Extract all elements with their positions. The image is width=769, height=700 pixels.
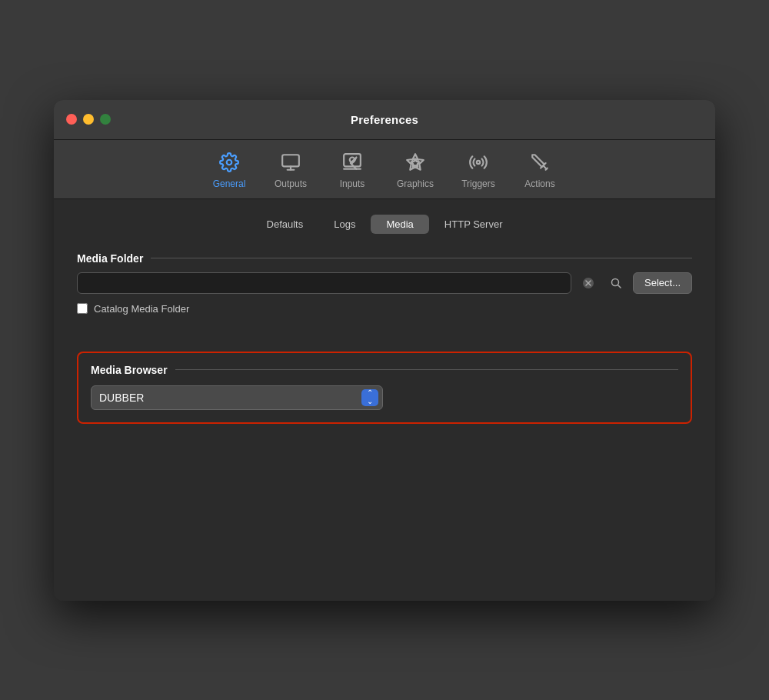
close-button[interactable]	[66, 114, 77, 125]
svg-point-5	[350, 157, 355, 162]
tab-triggers-label: Triggers	[461, 178, 495, 189]
tab-inputs-label: Inputs	[340, 178, 365, 189]
svg-point-10	[477, 160, 480, 163]
tab-outputs[interactable]: Outputs	[260, 148, 321, 198]
tab-actions[interactable]: Actions	[509, 148, 571, 198]
media-folder-input[interactable]	[77, 272, 571, 294]
svg-line-18	[618, 285, 621, 288]
tab-general[interactable]: General	[198, 148, 260, 198]
traffic-lights	[66, 114, 111, 125]
media-browser-section: Media Browser DUBBER	[77, 352, 692, 424]
media-browser-dropdown-wrapper: DUBBER	[91, 385, 383, 410]
gear-icon	[219, 152, 239, 175]
media-folder-title: Media Folder	[77, 252, 692, 265]
outputs-icon	[281, 152, 301, 175]
graphics-icon	[405, 152, 425, 175]
tab-actions-label: Actions	[524, 178, 554, 189]
maximize-button[interactable]	[100, 114, 111, 125]
clear-folder-button[interactable]	[578, 272, 599, 294]
catalog-label: Catalog Media Folder	[94, 303, 189, 315]
svg-line-13	[546, 168, 548, 169]
tab-graphics-label: Graphics	[397, 178, 434, 189]
spacer	[77, 321, 692, 352]
minimize-button[interactable]	[83, 114, 94, 125]
tab-triggers[interactable]: Triggers	[448, 148, 509, 198]
svg-point-0	[227, 159, 232, 165]
media-browser-select[interactable]: DUBBER	[91, 385, 383, 410]
media-browser-title: Media Browser	[91, 364, 678, 376]
top-tab-bar: General Outputs Inputs	[54, 140, 715, 199]
select-folder-button[interactable]: Select...	[633, 272, 692, 294]
window-title: Preferences	[351, 113, 418, 126]
preferences-window: Preferences General Outputs	[54, 100, 715, 601]
triggers-icon	[468, 152, 488, 175]
actions-icon	[530, 152, 550, 175]
sub-tab-bar: Defaults Logs Media HTTP Server	[77, 215, 692, 234]
tab-graphics[interactable]: Graphics	[383, 148, 448, 198]
catalog-checkbox-row: Catalog Media Folder	[77, 303, 692, 315]
sub-tab-media[interactable]: Media	[371, 215, 428, 234]
catalog-checkbox[interactable]	[77, 303, 88, 314]
media-folder-section: Media Folder Select...	[77, 252, 692, 315]
titlebar: Preferences	[54, 100, 715, 140]
tab-inputs[interactable]: Inputs	[321, 148, 383, 198]
sub-tab-http-server[interactable]: HTTP Server	[429, 215, 518, 234]
sub-tab-defaults[interactable]: Defaults	[251, 215, 319, 234]
content-area: Defaults Logs Media HTTP Server Media Fo…	[54, 199, 715, 601]
tab-general-label: General	[213, 178, 246, 189]
media-folder-row: Select...	[77, 272, 692, 294]
tab-outputs-label: Outputs	[275, 178, 307, 189]
sub-tab-logs[interactable]: Logs	[318, 215, 371, 234]
media-browser-dropdown-row: DUBBER	[91, 385, 678, 410]
bottom-area	[77, 424, 692, 578]
inputs-icon	[342, 152, 362, 175]
svg-marker-7	[407, 154, 424, 170]
svg-rect-1	[282, 155, 299, 166]
search-folder-button[interactable]	[605, 272, 627, 294]
